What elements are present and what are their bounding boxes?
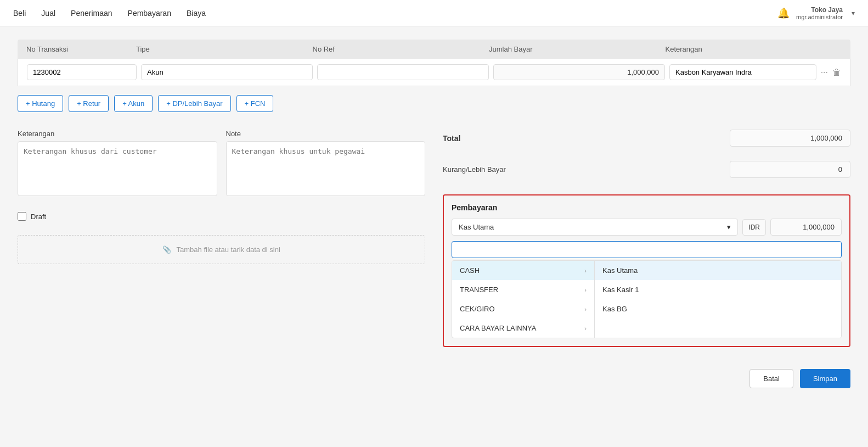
header-keterangan: Keterangan [666, 45, 842, 53]
cek-giro-chevron-icon: › [584, 306, 587, 312]
user-role: mgr.administrator [796, 14, 843, 20]
add-dp-button[interactable]: + DP/Lebih Bayar [158, 95, 230, 112]
right-section: Total 1,000,000 Kurang/Lebih Bayar 0 Pem… [443, 130, 850, 388]
table-row: 1,000,000 ··· 🗑 [18, 59, 850, 86]
top-nav: Beli Jual Penerimaan Pembayaran Biaya 🔔 … [0, 0, 868, 26]
nav-item-biaya[interactable]: Biaya [187, 1, 206, 25]
keterangan-label: Keterangan [18, 130, 217, 138]
dropdown-menu: CASH › TRANSFER › CEK/GIRO › [452, 260, 842, 338]
table-header: No Transaksi Tipe No Ref Jumlah Bayar Ke… [18, 40, 850, 59]
notification-icon[interactable]: 🔔 [777, 7, 790, 19]
header-no-ref: No Ref [313, 45, 489, 53]
no-transaksi-input[interactable] [27, 64, 137, 80]
nav-item-pembayaran[interactable]: Pembayaran [128, 1, 171, 25]
nav-item-jual[interactable]: Jual [41, 1, 55, 25]
dropdown-item-cash[interactable]: CASH › [452, 261, 594, 280]
pembayaran-box: Pembayaran Kas Utama ▾ IDR 1,000,000 [443, 194, 850, 347]
add-hutang-button[interactable]: + Hutang [18, 95, 63, 112]
dropdown-right: Kas Utama Kas Kasir 1 Kas BG [595, 261, 841, 338]
currency-badge: IDR [742, 219, 766, 236]
payment-account-select[interactable]: Kas Utama ▾ [452, 219, 738, 236]
keterangan-row-input[interactable] [669, 64, 816, 80]
cara-bayar-label: CARA BAYAR LAINNYA [460, 324, 536, 332]
add-retur-button[interactable]: + Retur [69, 95, 109, 112]
clip-icon: 📎 [162, 245, 171, 254]
sub-item-kas-kasir[interactable]: Kas Kasir 1 [595, 280, 841, 299]
keterangan-textarea[interactable] [18, 141, 217, 196]
header-tipe: Tipe [136, 45, 313, 53]
total-label: Total [443, 134, 460, 143]
user-info: Toko Jaya mgr.administrator [796, 6, 843, 20]
payment-search-input[interactable] [452, 241, 842, 258]
sub-item-kas-bg[interactable]: Kas BG [595, 299, 841, 319]
add-akun-button[interactable]: + Akun [114, 95, 153, 112]
keterangan-cell: ··· 🗑 [669, 64, 841, 80]
selected-account-label: Kas Utama [459, 223, 494, 231]
note-field-wrapper: Note [226, 130, 426, 198]
file-upload-text: Tambah file atau tarik data di sini [177, 245, 280, 254]
more-options-btn[interactable]: ··· [821, 68, 828, 77]
total-value: 1,000,000 [730, 130, 850, 147]
cash-label: CASH [460, 266, 480, 275]
header-no-transaksi: No Transaksi [26, 45, 136, 53]
nav-right: 🔔 Toko Jaya mgr.administrator ▾ [777, 6, 855, 20]
kurang-lebih-row: Kurang/Lebih Bayar 0 [443, 161, 850, 178]
dropdown-item-cek-giro[interactable]: CEK/GIRO › [452, 299, 594, 319]
cek-giro-label: CEK/GIRO [460, 305, 495, 313]
cara-bayar-chevron-icon: › [584, 325, 587, 332]
cancel-button[interactable]: Batal [749, 369, 793, 388]
keterangan-field-wrapper: Keterangan [18, 130, 217, 198]
dropdown-item-cara-bayar[interactable]: CARA BAYAR LAINNYA › [452, 319, 594, 338]
file-upload-area[interactable]: 📎 Tambah file atau tarik data di sini [18, 235, 425, 264]
header-jumlah-bayar: Jumlah Bayar [489, 45, 666, 53]
transfer-chevron-icon: › [584, 287, 587, 293]
note-textarea[interactable] [226, 141, 426, 196]
draft-row: Draft [18, 212, 425, 221]
kurang-lebih-value: 0 [730, 161, 850, 178]
cash-chevron-icon: › [584, 267, 587, 274]
total-row: Total 1,000,000 [443, 130, 850, 147]
nav-item-beli[interactable]: Beli [13, 1, 26, 25]
delete-row-btn[interactable]: 🗑 [832, 68, 841, 77]
user-chevron-icon[interactable]: ▾ [852, 9, 855, 17]
nav-item-penerimaan[interactable]: Penerimaan [71, 1, 112, 25]
text-fields: Keterangan Note [18, 130, 425, 198]
pembayaran-title: Pembayaran [452, 203, 842, 212]
left-section: Keterangan Note Draft 📎 Tambah file atau… [18, 130, 425, 388]
payment-row: Kas Utama ▾ IDR 1,000,000 [452, 219, 842, 236]
nav-items: Beli Jual Penerimaan Pembayaran Biaya [13, 1, 777, 25]
action-buttons: + Hutang + Retur + Akun + DP/Lebih Bayar… [18, 95, 850, 112]
payment-dropdown: CASH › TRANSFER › CEK/GIRO › [452, 241, 842, 338]
user-name: Toko Jaya [811, 6, 843, 14]
dropdown-left: CASH › TRANSFER › CEK/GIRO › [452, 261, 595, 338]
transfer-label: TRANSFER [460, 286, 498, 294]
kurang-lebih-label: Kurang/Lebih Bayar [443, 165, 506, 174]
save-button[interactable]: Simpan [800, 369, 850, 388]
bottom-section: Keterangan Note Draft 📎 Tambah file atau… [18, 130, 850, 388]
tipe-input[interactable] [141, 64, 313, 80]
main-content: No Transaksi Tipe No Ref Jumlah Bayar Ke… [0, 26, 868, 401]
add-fcn-button[interactable]: + FCN [236, 95, 274, 112]
no-ref-input[interactable] [317, 64, 489, 80]
dropdown-item-transfer[interactable]: TRANSFER › [452, 280, 594, 299]
jumlah-bayar-cell: 1,000,000 [493, 64, 665, 80]
draft-checkbox[interactable] [18, 212, 26, 221]
draft-label: Draft [31, 213, 46, 221]
footer-buttons: Batal Simpan [443, 369, 850, 388]
account-chevron-icon: ▾ [727, 223, 731, 231]
note-label: Note [226, 130, 426, 138]
sub-item-kas-utama[interactable]: Kas Utama [595, 261, 841, 280]
payment-amount: 1,000,000 [770, 219, 842, 236]
